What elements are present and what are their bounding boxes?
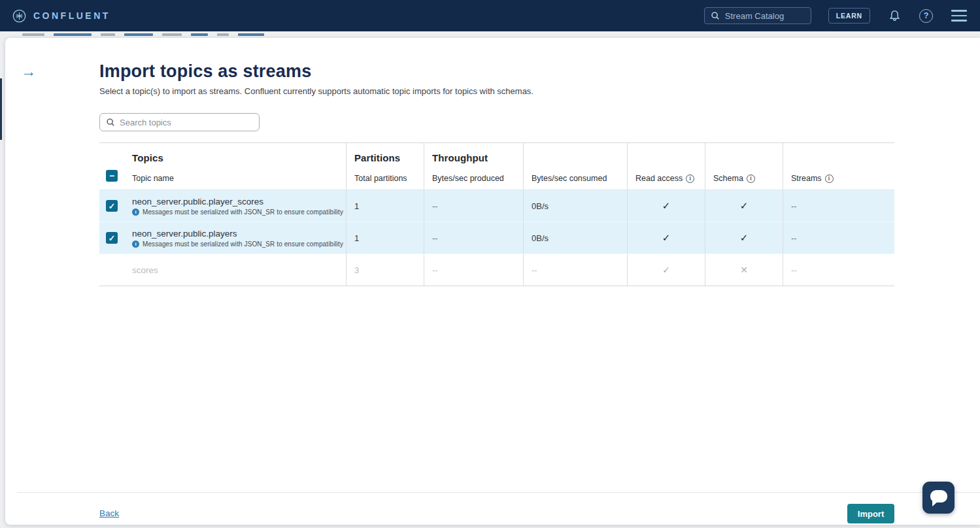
topic-note: i Messages must be serialized with JSON_… [132,240,343,248]
topic-name: neon_server.public.players [132,229,237,239]
schema-cell: ✓ [705,190,783,222]
header-partitions: Partitions Total partitions [346,143,424,190]
check-icon: ✓ [740,232,749,244]
brand-name: CONFLUENT [33,10,110,21]
partitions-cell: 1 [346,190,424,222]
breadcrumb-fragment [101,33,115,36]
select-all-cell: − [99,143,124,190]
select-all-checkbox[interactable]: − [106,170,118,182]
stream-catalog-input[interactable] [725,11,802,21]
notifications-icon[interactable] [887,8,902,24]
topics-table: − Topics Topic name Partitions Total par… [99,142,894,286]
breadcrumb-fragment [162,33,182,36]
column-label-bytes-consumed: Bytes/sec consumed [532,174,622,183]
partitions-cell: 1 [346,222,424,254]
nav-actions: LEARN ? [704,7,968,24]
footer-divider [17,492,980,493]
row-checkbox[interactable]: ✓ [106,232,118,244]
header-topics: Topics Topic name [124,143,346,190]
column-label-schema: Schema [713,174,743,183]
consumed-cell: 0B/s [523,190,627,222]
breadcrumb-fragment [217,33,229,36]
info-icon[interactable]: i [686,174,694,183]
search-icon [106,118,115,127]
column-label-bytes-produced: Bytes/sec produced [432,174,518,183]
topic-note: i Messages must be serialized with JSON_… [132,208,343,216]
produced-cell: -- [424,190,523,222]
back-link[interactable]: Back [99,508,119,518]
check-icon: ✓ [662,200,671,212]
page-subtitle: Select a topic(s) to import as streams. … [99,86,533,96]
column-label-total-partitions: Total partitions [354,174,418,183]
chat-widget-button[interactable] [922,482,955,514]
background-sidebar-edge [0,78,2,140]
import-panel: → Import topics as streams Select a topi… [5,38,980,525]
info-icon[interactable]: i [747,174,755,183]
breadcrumb-fragment [238,33,264,36]
topic-note-text: Messages must be serialized with JSON_SR… [143,208,343,216]
breadcrumb-fragment [191,33,208,36]
column-label-topic-name: Topic name [132,174,341,183]
column-label-read-access: Read access [635,174,683,183]
search-icon [711,11,720,20]
produced-cell: -- [424,254,523,286]
help-icon[interactable]: ? [919,9,933,23]
consumed-cell: -- [523,254,627,286]
produced-cell: -- [424,222,523,254]
import-button[interactable]: Import [847,504,894,523]
topic-search-input[interactable] [120,118,244,127]
page-title: Import topics as streams [99,61,311,82]
header-produced: Throughput Bytes/sec produced [424,143,523,190]
help-question-glyph: ? [919,9,933,23]
empty-checkbox-cell [99,254,124,286]
check-icon: ✓ [740,200,749,212]
learn-button[interactable]: LEARN [828,8,870,24]
topic-name: neon_server.public.player_scores [132,197,263,206]
header-read-access: Read accessi [627,143,705,190]
info-icon: i [132,208,139,216]
header-schema: Schemai [705,143,783,190]
streams-cell: -- [783,190,894,222]
collapse-arrow-icon[interactable]: → [21,64,36,78]
breadcrumb-fragment [124,33,153,36]
menu-icon[interactable] [950,8,968,22]
breadcrumb-fragment [22,33,44,36]
streams-cell: -- [783,254,894,286]
group-label-topics: Topics [132,152,341,163]
read-access-cell: ✓ [627,190,705,222]
group-label-partitions: Partitions [354,152,418,163]
read-access-cell: ✓ [627,254,705,286]
chat-bubble-icon [930,490,947,503]
brand[interactable]: CONFLUENT [12,8,110,24]
topic-note-text: Messages must be serialized with JSON_SR… [143,240,343,248]
cross-icon: ✕ [740,265,748,275]
header-consumed: Bytes/sec consumed [523,143,627,190]
top-nav: CONFLUENT LEARN ? [0,0,980,31]
partitions-cell: 3 [346,254,424,286]
stream-catalog-search[interactable] [704,7,811,24]
topic-cell: neon_server.public.players i Messages mu… [124,222,346,254]
consumed-cell: 0B/s [523,222,627,254]
check-icon: ✓ [662,265,670,275]
topic-cell: neon_server.public.player_scores i Messa… [124,190,346,222]
topic-name: scores [132,265,158,275]
read-access-cell: ✓ [627,222,705,254]
app-root: CONFLUENT LEARN ? [0,0,980,528]
info-icon: i [132,240,139,248]
header-streams: Streamsi [783,143,894,190]
info-icon[interactable]: i [825,174,834,183]
topic-search[interactable] [99,113,260,131]
breadcrumb-fragment [54,33,92,36]
group-label-throughput: Throughput [432,152,518,163]
streams-cell: -- [783,222,894,254]
confluent-logo-icon [12,8,27,24]
topic-cell: scores [124,254,346,286]
schema-cell: ✓ [705,222,783,254]
row-checkbox[interactable]: ✓ [106,200,118,212]
check-icon: ✓ [662,232,671,244]
column-label-streams: Streams [791,174,822,183]
schema-cell: ✕ [705,254,783,286]
